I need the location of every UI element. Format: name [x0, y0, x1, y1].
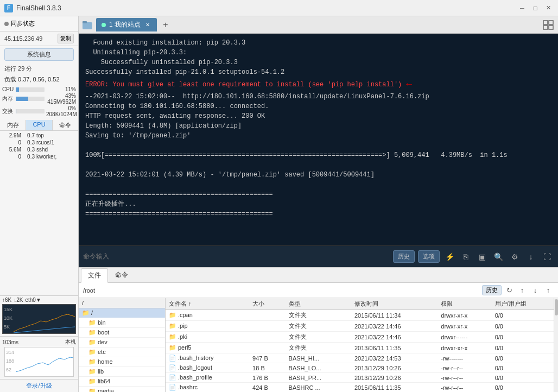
fm-cell-type: BASH_PR...: [286, 373, 351, 383]
maximize-button[interactable]: □: [530, 3, 541, 14]
folder-icon: 📁: [88, 349, 96, 355]
proc-cpu: 0.3: [21, 147, 35, 153]
tree-row-home[interactable]: 📁home: [79, 357, 165, 367]
fm-file-row[interactable]: 📁.pki 文件夹 2021/03/22 14:46 drwxr------ 0…: [166, 332, 554, 343]
fm-tab-cmd[interactable]: 命令: [108, 268, 135, 282]
col-filename[interactable]: 文件名 ↑: [166, 298, 249, 310]
ip-address: 45.115.236.49: [4, 35, 42, 42]
svg-rect-11: [549, 26, 553, 29]
col-perms[interactable]: 权限: [437, 298, 491, 310]
fullscreen-icon[interactable]: ⛶: [541, 250, 554, 263]
fm-file-row[interactable]: 📄.bash_history 947 B BASH_HI... 2021/03/…: [166, 353, 554, 363]
terminal-icon[interactable]: ▣: [475, 250, 489, 263]
folder-icon: 📁: [88, 368, 96, 375]
tree-row-boot[interactable]: 📁boot: [79, 328, 165, 338]
runtime-label: 运行 29 分: [0, 63, 78, 74]
fm-upload-icon[interactable]: ↑: [543, 285, 554, 296]
col-type[interactable]: 类型: [286, 298, 351, 310]
settings-icon[interactable]: ⚙: [508, 250, 521, 263]
fm-cell-name: 📁perl5: [166, 343, 249, 353]
folder-icon: 📁: [169, 333, 176, 340]
folder-svg: [83, 21, 92, 29]
folder-icon[interactable]: [81, 18, 94, 31]
process-row: 2.9M 0.7 top: [0, 132, 78, 139]
swap-value: 0% 208K/1024M: [46, 105, 76, 117]
fm-file-row[interactable]: 📁.pip 文件夹 2021/03/22 14:46 drwxr-xr-x 0/…: [166, 321, 554, 332]
file-icon: 📄: [169, 355, 176, 361]
search-icon[interactable]: 🔍: [492, 250, 505, 263]
close-button[interactable]: ✕: [543, 3, 554, 14]
fm-table-body: 📁.cpan 文件夹 2015/06/11 11:34 drwxr-xr-x 0…: [166, 310, 554, 393]
fm-file-row[interactable]: 📁.cpan 文件夹 2015/06/11 11:34 drwxr-xr-x 0…: [166, 310, 554, 321]
sync-status-dot: [4, 22, 9, 26]
net-section: ↑6K ↓2K eth0▼ 15K 10K 5K: [0, 295, 78, 336]
title-bar-left: F FinalShell 3.8.3: [4, 4, 61, 12]
mini-tab-cpu[interactable]: CPU: [26, 120, 52, 130]
tree-row-media[interactable]: 📁media: [79, 387, 165, 393]
fm-cell-modified: 2015/06/11 11:35: [351, 383, 437, 393]
tree-row-root[interactable]: 📁/: [79, 308, 165, 318]
copy-icon[interactable]: ⎘: [459, 250, 472, 263]
main-area: 1 我的站点 ✕ + Found existing installation: …: [79, 16, 558, 392]
login-upgrade-button[interactable]: 登录/升级: [26, 382, 52, 389]
fm-file-row[interactable]: 📄.bash_profile 176 B BASH_PR... 2013/12/…: [166, 373, 554, 383]
sidebar: 同步状态 45.115.236.49 复制 系统信息 运行 29 分 负载 0.…: [0, 16, 79, 392]
tree-row-dev[interactable]: 📁dev: [79, 338, 165, 347]
fm-refresh-icon[interactable]: ↻: [504, 285, 515, 296]
fm-cell-type: BASH_LO...: [286, 363, 351, 373]
proc-name: sshd: [36, 147, 76, 153]
scrollbar-thumb[interactable]: [555, 299, 558, 315]
net-down-label: ↓2K: [14, 297, 23, 303]
terminal-error-line: ERROR: You must give at least one requir…: [85, 77, 551, 92]
copy-ip-button[interactable]: 复制: [58, 34, 74, 43]
tab-add-button[interactable]: +: [159, 18, 172, 31]
col-owner[interactable]: 用户/用户组: [492, 298, 554, 310]
mini-tab-cmd[interactable]: 命令: [53, 120, 78, 130]
fm-file-row[interactable]: 📁perl5 文件夹 2013/06/11 11:35 drwxr-xr-x 0…: [166, 343, 554, 353]
terminal[interactable]: Found existing installation: pip 20.3.3 …: [79, 34, 558, 245]
col-modified[interactable]: 修改时间: [351, 298, 437, 310]
tab-item-station[interactable]: 1 我的站点 ✕: [96, 18, 157, 31]
download-icon[interactable]: ↓: [524, 250, 537, 263]
terminal-line: Successfully uninstalled pip-20.3.3: [85, 58, 551, 67]
fm-file-row[interactable]: 📄.bash_logout 18 B BASH_LO... 2013/12/29…: [166, 363, 554, 373]
fm-cell-type: 文件夹: [286, 321, 351, 332]
cmd-input[interactable]: [83, 253, 390, 261]
tree-node: 📁lib64: [79, 377, 165, 387]
history-button[interactable]: 历史: [393, 250, 415, 263]
tab-bar: 1 我的站点 ✕ +: [79, 16, 558, 34]
sys-info-button[interactable]: 系统信息: [4, 48, 74, 61]
tree-row-bin[interactable]: 📁bin: [79, 318, 165, 328]
tree-node: 📁dev: [79, 338, 165, 347]
lightning-icon[interactable]: ⚡: [443, 250, 456, 263]
col-size[interactable]: 大小: [249, 298, 286, 310]
fm-file-row[interactable]: 📄.bashrc 424 B BASHRC ... 2015/06/11 11:…: [166, 383, 554, 393]
swap-label: 交换: [2, 108, 14, 115]
tree-row-lib64[interactable]: 📁lib64: [79, 377, 165, 387]
fm-cell-size: [249, 310, 286, 321]
cpu-value: 11%: [46, 86, 76, 92]
process-row: 5.6M 0.3 sshd: [0, 146, 78, 153]
scrollbar-right[interactable]: [554, 298, 558, 392]
tab-close-button[interactable]: ✕: [144, 21, 151, 29]
tree-row-lib[interactable]: 📁lib: [79, 367, 165, 377]
net-stats-row: ↑6K ↓2K eth0▼: [2, 297, 76, 303]
error-text: ERROR: You must give at least one requir…: [85, 80, 402, 90]
proc-mem: 0: [2, 154, 21, 160]
folder-icon: 📁: [88, 388, 96, 392]
fm-file-table: 文件名 ↑ 大小 类型 修改时间 权限 用户/用户组 📁.cpan 文件夹 20…: [166, 298, 554, 392]
fm-download-icon[interactable]: ↓: [530, 285, 541, 296]
minimize-button[interactable]: ─: [517, 3, 528, 14]
fm-history-button[interactable]: 历史: [482, 285, 502, 295]
layout-grid-button[interactable]: [543, 20, 554, 30]
tree-row-etc[interactable]: 📁etc: [79, 347, 165, 357]
fm-tab-files[interactable]: 文件: [81, 268, 108, 283]
mini-tab-mem[interactable]: 内存: [0, 120, 26, 130]
fm-up-icon[interactable]: ↑: [517, 285, 528, 296]
swap-bar-fill: [16, 109, 16, 113]
options-button[interactable]: 选项: [418, 250, 440, 263]
fm-cell-name: 📄.bash_logout: [166, 363, 249, 373]
fm-cell-name: 📄.bash_profile: [166, 373, 249, 383]
fm-tabs: 文件 命令: [79, 268, 558, 283]
terminal-line: Connecting to 180.101.160.68:5880... con…: [85, 102, 551, 111]
